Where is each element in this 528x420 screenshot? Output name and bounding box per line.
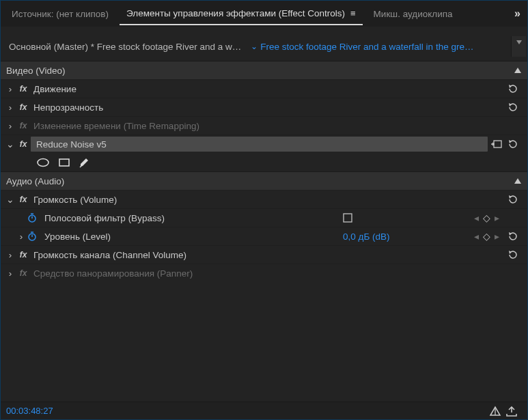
collapse-audio-icon[interactable] — [514, 177, 522, 185]
svg-marker-1 — [514, 68, 521, 73]
svg-rect-7 — [59, 159, 69, 166]
toggle-effects-icon[interactable] — [489, 406, 505, 417]
pen-mask-icon[interactable] — [79, 157, 89, 168]
keyframe-nav: ◂ ◇ ▸ — [466, 231, 507, 242]
section-audio-label: Аудио (Audio) — [6, 176, 514, 186]
svg-rect-13 — [344, 214, 352, 222]
param-level[interactable]: › Уровень (Level) 0,0 дБ (dB) ◂ ◇ ▸ — [1, 227, 527, 245]
svg-marker-8 — [514, 178, 521, 184]
svg-marker-9 — [509, 195, 512, 199]
breadcrumb-master[interactable]: Основной (Master) * Free stock footage R… — [2, 42, 248, 52]
fx-toggle-icon[interactable]: fx — [16, 102, 31, 112]
export-icon[interactable] — [505, 406, 522, 417]
tab-source[interactable]: Источник: (нет клипов) — [5, 3, 115, 25]
param-bypass[interactable]: Полосовой фильтр (Bypass) ◂ ◇ ▸ — [1, 208, 527, 227]
chevron-right-icon[interactable]: › — [16, 232, 27, 242]
level-value[interactable]: 0,0 дБ (dB) — [343, 232, 466, 242]
keyframe-nav: ◂ ◇ ▸ — [466, 212, 507, 223]
fx-toggle-icon[interactable]: fx — [16, 268, 31, 278]
reset-icon[interactable] — [507, 193, 527, 206]
reset-icon[interactable] — [507, 230, 527, 242]
svg-marker-18 — [509, 251, 512, 254]
chevron-right-icon[interactable]: › — [5, 268, 16, 279]
chevron-right-icon[interactable]: › — [5, 84, 16, 94]
stopwatch-icon[interactable] — [27, 231, 42, 242]
collapse-video-icon[interactable] — [514, 66, 522, 74]
reset-icon[interactable] — [507, 249, 527, 261]
fx-volume-label: Громкость (Volume) — [31, 195, 507, 205]
chevron-right-icon[interactable]: › — [5, 121, 16, 131]
reset-icon[interactable] — [507, 101, 527, 113]
panel-menu-icon[interactable]: ≡ — [350, 8, 356, 18]
svg-marker-0 — [516, 40, 522, 44]
svg-point-6 — [38, 158, 48, 166]
reset-icon[interactable] — [507, 83, 527, 95]
fx-toggle-icon[interactable]: fx — [16, 250, 31, 260]
svg-marker-2 — [509, 85, 512, 88]
effect-controls-panel: Источник: (нет клипов) Элементы управлен… — [0, 0, 528, 420]
svg-marker-17 — [509, 232, 512, 236]
breadcrumb: Основной (Master) * Free stock footage R… — [2, 36, 526, 57]
prev-keyframe-icon[interactable]: ◂ — [474, 212, 479, 223]
fx-reduce-noise-label: Reduce Noise v5 — [33, 139, 488, 150]
svg-marker-3 — [509, 103, 512, 107]
section-audio: Аудио (Audio) — [1, 171, 527, 190]
fx-channel-volume[interactable]: › fx Громкость канала (Channel Volume) — [1, 245, 527, 264]
breadcrumb-clip[interactable]: ⌄ Free stock footage River and a waterfa… — [248, 42, 511, 52]
next-keyframe-icon[interactable]: ▸ — [495, 231, 499, 242]
stopwatch-icon[interactable] — [27, 212, 42, 223]
section-video-label: Видео (Video) — [6, 66, 514, 76]
prev-keyframe-icon[interactable]: ◂ — [474, 231, 479, 242]
chevron-down-icon[interactable]: ⌄ — [5, 139, 16, 150]
chevron-down-icon[interactable]: ⌄ — [5, 194, 16, 205]
fx-channel-volume-label: Громкость канала (Channel Volume) — [31, 250, 507, 260]
fx-toggle-icon[interactable]: fx — [16, 195, 31, 204]
setup-dialog-icon[interactable] — [490, 139, 507, 149]
ellipse-mask-icon[interactable] — [36, 158, 50, 167]
playhead-icon — [512, 36, 527, 55]
fx-toggle-icon[interactable]: fx — [16, 121, 31, 130]
fx-panner-label: Средство панорамирования (Panner) — [31, 268, 507, 279]
chevron-down-icon[interactable]: ⌄ — [251, 42, 258, 51]
rectangle-mask-icon[interactable] — [58, 158, 70, 167]
fx-opacity-label: Непрозрачность — [31, 102, 507, 113]
add-keyframe-icon[interactable]: ◇ — [483, 231, 490, 242]
empty-area — [1, 282, 527, 402]
mask-shapes-row — [1, 153, 527, 171]
fx-panner[interactable]: › fx Средство панорамирования (Panner) — [1, 264, 527, 282]
next-keyframe-icon[interactable]: ▸ — [495, 212, 499, 223]
tab-effect-controls[interactable]: Элементы управления эффектами (Effect Co… — [120, 3, 363, 25]
section-video: Видео (Video) — [1, 61, 527, 79]
tabs-overflow-icon[interactable]: » — [512, 8, 523, 20]
fx-reduce-noise[interactable]: ⌄ fx Reduce Noise v5 — [1, 135, 527, 153]
breadcrumb-clip-label: Free stock footage River and a waterfall… — [260, 42, 473, 52]
timeline-gutter[interactable] — [511, 36, 526, 57]
tab-effect-controls-label: Элементы управления эффектами (Effect Co… — [126, 8, 345, 18]
fx-toggle-icon[interactable]: fx — [16, 139, 31, 149]
fx-motion[interactable]: › fx Движение — [1, 79, 527, 98]
panel-tabs: Источник: (нет клипов) Элементы управлен… — [1, 1, 527, 27]
fx-motion-label: Движение — [31, 84, 507, 94]
footer: 00:03:48:27 — [1, 402, 527, 419]
fx-toggle-icon[interactable]: fx — [16, 84, 31, 94]
param-bypass-label: Полосовой фильтр (Bypass) — [42, 213, 343, 223]
svg-marker-5 — [509, 140, 512, 143]
chevron-right-icon[interactable]: › — [5, 250, 16, 260]
add-keyframe-icon[interactable]: ◇ — [483, 212, 490, 223]
fx-volume[interactable]: ⌄ fx Громкость (Volume) — [1, 190, 527, 208]
chevron-right-icon[interactable]: › — [5, 102, 16, 113]
fx-time-remapping[interactable]: › fx Изменение времени (Time Remapping) — [1, 116, 527, 135]
param-level-label: Уровень (Level) — [42, 232, 343, 242]
svg-rect-4 — [494, 141, 501, 148]
bypass-checkbox[interactable] — [343, 213, 466, 223]
fx-opacity[interactable]: › fx Непрозрачность — [1, 98, 527, 116]
timecode[interactable]: 00:03:48:27 — [6, 406, 489, 416]
tab-audio-mixer[interactable]: Микш. аудиоклипа — [367, 3, 460, 25]
reset-icon[interactable] — [507, 138, 527, 150]
fx-time-remapping-label: Изменение времени (Time Remapping) — [31, 121, 507, 131]
